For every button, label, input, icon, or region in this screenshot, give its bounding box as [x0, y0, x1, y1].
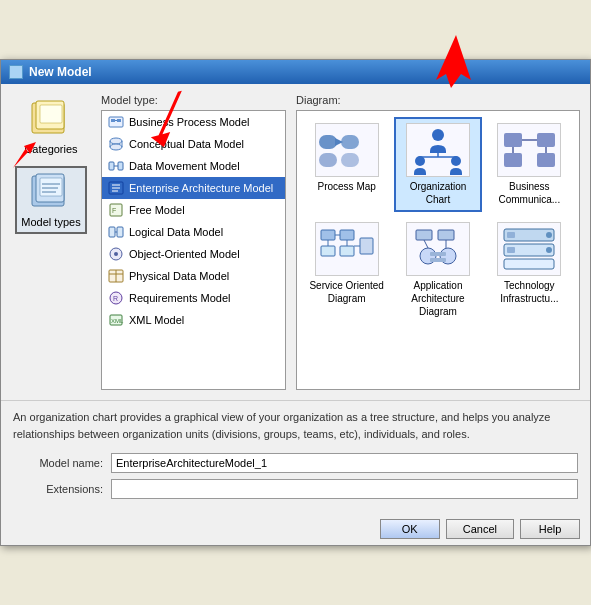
soa-thumb	[315, 222, 379, 276]
tech-infra-thumb	[497, 222, 561, 276]
bottom-section: An organization chart provides a graphic…	[1, 400, 590, 513]
business-comm-label: Business Communica...	[492, 180, 567, 206]
list-item-rm[interactable]: R Requirements Model	[102, 287, 285, 309]
list-item-fm[interactable]: F Free Model	[102, 199, 285, 221]
diagram-item-tech-infra[interactable]: Technology Infrastructu...	[486, 216, 573, 324]
svg-rect-57	[321, 246, 335, 256]
main-content: Categories Model types	[1, 84, 590, 400]
svg-rect-56	[340, 230, 354, 240]
svg-point-14	[110, 144, 122, 150]
sidebar-item-categories[interactable]: Categories	[15, 94, 87, 160]
new-model-window: New Model Categories	[0, 59, 591, 546]
business-comm-thumb	[497, 123, 561, 177]
svg-rect-68	[430, 252, 446, 256]
svg-rect-2	[40, 105, 62, 123]
svg-text:R: R	[113, 295, 118, 302]
svg-point-41	[432, 129, 444, 141]
svg-rect-39	[319, 153, 337, 167]
oom-icon	[108, 246, 124, 262]
list-item-ldm[interactable]: Logical Data Model	[102, 221, 285, 243]
extensions-input[interactable]	[111, 479, 578, 499]
categories-icon	[30, 99, 72, 141]
model-types-icon	[30, 172, 72, 214]
model-types-label: Model types	[21, 216, 80, 228]
svg-rect-77	[507, 232, 515, 238]
buttons-row: OK Cancel Help	[1, 513, 590, 545]
tech-infra-label: Technology Infrastructu...	[492, 279, 567, 305]
diagram-item-app-arch[interactable]: Application Architecture Diagram	[394, 216, 481, 324]
process-map-thumb	[315, 123, 379, 177]
diagram-item-org-chart[interactable]: Organization Chart	[394, 117, 481, 212]
left-panel: Categories Model types	[11, 94, 91, 390]
svg-rect-18	[118, 162, 123, 170]
svg-rect-10	[111, 119, 115, 122]
list-item-eam[interactable]: Enterprise Architecture Model	[102, 177, 285, 199]
bpm-icon	[108, 114, 124, 130]
app-arch-thumb	[406, 222, 470, 276]
categories-label: Categories	[24, 143, 77, 155]
svg-rect-50	[537, 133, 555, 147]
svg-rect-11	[117, 119, 121, 122]
app-arch-label: Application Architecture Diagram	[400, 279, 475, 318]
svg-rect-48	[504, 133, 522, 147]
svg-rect-38	[341, 135, 359, 149]
svg-text:F: F	[112, 207, 116, 214]
svg-point-13	[110, 138, 122, 144]
list-item-bpm[interactable]: Business Process Model	[102, 111, 285, 133]
extensions-row: Extensions:	[13, 479, 578, 499]
cancel-button[interactable]: Cancel	[446, 519, 514, 539]
description-text: An organization chart provides a graphic…	[13, 409, 578, 445]
svg-rect-58	[340, 246, 354, 256]
diagram-item-business-comm[interactable]: Business Communica...	[486, 117, 573, 212]
svg-point-75	[546, 232, 552, 238]
svg-point-76	[546, 247, 552, 253]
svg-rect-59	[360, 238, 373, 254]
model-name-field-label: Model name:	[13, 457, 103, 469]
svg-rect-74	[504, 259, 554, 269]
list-item-pdm[interactable]: Physical Data Model	[102, 265, 285, 287]
ldm-icon	[108, 224, 124, 240]
dmm-icon	[108, 158, 124, 174]
list-item-oom[interactable]: Object-Oriented Model	[102, 243, 285, 265]
svg-rect-65	[438, 230, 454, 240]
list-item-cdm[interactable]: Conceptual Data Model	[102, 133, 285, 155]
diagrams-grid: Process Map	[296, 110, 580, 390]
svg-rect-40	[341, 153, 359, 167]
model-name-input[interactable]	[111, 453, 578, 473]
diagram-label: Diagram:	[296, 94, 580, 106]
extensions-field-label: Extensions:	[13, 483, 103, 495]
svg-rect-55	[321, 230, 335, 240]
svg-rect-78	[507, 247, 515, 253]
svg-rect-51	[537, 153, 555, 167]
process-map-label: Process Map	[317, 180, 375, 193]
model-name-row: Model name:	[13, 453, 578, 473]
svg-rect-37	[319, 135, 337, 149]
svg-point-29	[114, 252, 118, 256]
list-item-xml[interactable]: XML XML Model	[102, 309, 285, 331]
fm-icon: F	[108, 202, 124, 218]
svg-rect-5	[40, 178, 62, 196]
org-chart-label: Organization Chart	[400, 180, 475, 206]
model-types-list: Business Process Model Conceptual Data M…	[101, 110, 286, 390]
diagram-item-soa[interactable]: Service Oriented Diagram	[303, 216, 390, 324]
ok-button[interactable]: OK	[380, 519, 440, 539]
eam-icon	[108, 180, 124, 196]
window-icon	[9, 65, 23, 79]
svg-rect-25	[109, 227, 115, 237]
svg-rect-64	[416, 230, 432, 240]
soa-label: Service Oriented Diagram	[309, 279, 384, 305]
sidebar-item-model-types[interactable]: Model types	[15, 166, 87, 234]
list-item-dmm[interactable]: Data Movement Model	[102, 155, 285, 177]
svg-rect-49	[504, 153, 522, 167]
xml-icon: XML	[108, 312, 124, 328]
svg-rect-26	[117, 227, 123, 237]
svg-text:XML: XML	[111, 318, 124, 324]
pdm-icon	[108, 268, 124, 284]
diagram-panel: Diagram:	[296, 94, 580, 390]
svg-rect-69	[430, 258, 446, 262]
diagram-item-process-map[interactable]: Process Map	[303, 117, 390, 212]
cdm-icon	[108, 136, 124, 152]
svg-line-70	[424, 240, 428, 248]
help-button[interactable]: Help	[520, 519, 580, 539]
model-type-label: Model type:	[101, 94, 286, 106]
